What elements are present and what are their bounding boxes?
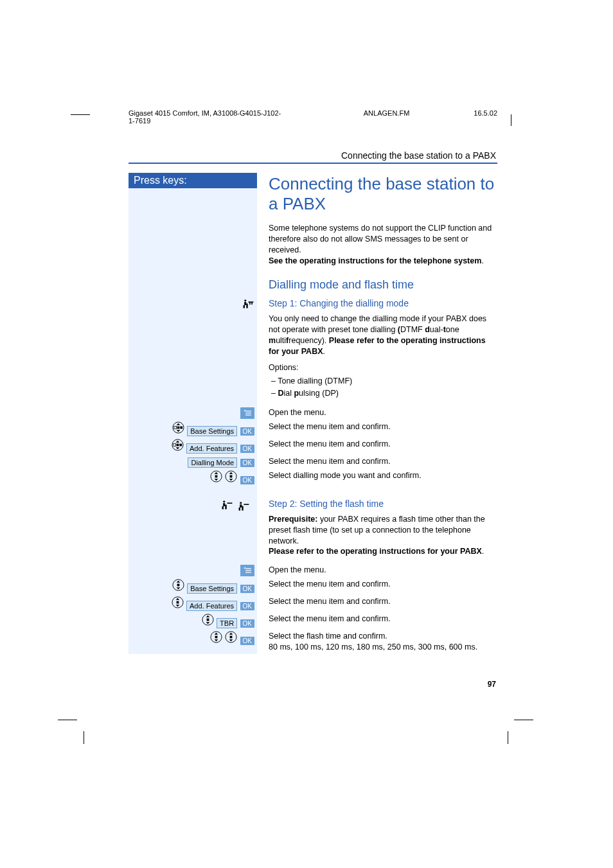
nav-down-icon <box>172 439 184 451</box>
svg-point-22 <box>223 501 225 503</box>
svg-rect-15 <box>173 444 175 447</box>
nav-icon <box>210 470 222 483</box>
ok-button: OK <box>240 637 254 645</box>
svg-rect-44 <box>230 636 233 639</box>
crop-mark <box>84 731 84 744</box>
step-select-tbr: Select the menu item and confirm. <box>257 612 497 630</box>
menu-label-dialling: Dialling Mode <box>188 457 237 468</box>
step-open-menu: Open the menu. <box>257 406 497 420</box>
menu-icon <box>240 565 254 576</box>
nav-down-icon <box>202 614 214 626</box>
intro-text: Some telephone systems do not support th… <box>269 224 492 254</box>
section-heading: Dialling mode and flash time <box>269 277 497 292</box>
ok-button: OK <box>240 476 254 484</box>
doc-id: Gigaset 4015 Comfort, IM, A31008-G4015-J… <box>129 109 287 125</box>
crop-mark <box>508 731 508 744</box>
svg-rect-4 <box>249 302 254 303</box>
step1-paragraph: You only need to change the dialling mod… <box>269 314 497 357</box>
intro-paragraph: Some telephone systems do not support th… <box>269 223 497 267</box>
ok-button: OK <box>240 459 254 467</box>
menu-icon <box>240 407 254 419</box>
svg-rect-36 <box>177 584 179 587</box>
svg-rect-38 <box>176 601 179 604</box>
svg-rect-5 <box>249 303 251 305</box>
menu-label-add-2: Add. Features <box>186 601 237 611</box>
step-select-add-2: Select the menu item and confirm. <box>257 595 497 612</box>
svg-rect-12 <box>180 427 182 429</box>
step-select-base-2: Select the menu item and confirm. <box>257 578 497 595</box>
svg-rect-42 <box>215 636 217 639</box>
crop-mark <box>58 720 77 720</box>
step-select-base: Select the menu item and confirm. <box>257 420 497 438</box>
svg-rect-6 <box>251 303 253 305</box>
nav-icon <box>210 631 222 643</box>
step2-paragraph: Prerequisite: your PABX requires a flash… <box>269 514 497 558</box>
divider <box>129 163 497 164</box>
menu-label-base: Base Settings <box>187 426 237 436</box>
svg-rect-31 <box>244 504 249 506</box>
options-list: Tone dialling (DTMF) Dial pulsing (DP) <box>269 375 497 400</box>
step2-heading: Step 2: Setting the flash time <box>269 498 497 510</box>
crop-mark <box>514 720 533 720</box>
intro-bold: See the operating instructions for the t… <box>269 256 481 265</box>
step-select-mode: Select dialling mode you want and confir… <box>257 469 497 486</box>
file-name: ANLAGEN.FM <box>364 109 410 125</box>
svg-rect-26 <box>227 503 232 504</box>
option-item: Dial pulsing (DP) <box>271 387 497 400</box>
menu-label-base-2: Base Settings <box>187 583 237 594</box>
svg-rect-40 <box>206 619 209 621</box>
svg-rect-29 <box>238 508 240 511</box>
nav-down-icon <box>172 579 184 591</box>
svg-rect-21 <box>230 475 233 478</box>
step1-heading: Step 1: Changing the dialling mode <box>269 297 497 310</box>
svg-rect-30 <box>242 506 243 511</box>
ok-button: OK <box>240 445 254 453</box>
step-select-dial: Select the menu item and confirm. <box>257 455 497 469</box>
content-layout: Press keys: Connecting the base station … <box>129 173 497 654</box>
svg-rect-11 <box>174 427 177 429</box>
svg-rect-13 <box>177 427 179 429</box>
construction-icon <box>242 297 254 310</box>
page-title: Connecting the base station to a PABX <box>269 174 497 214</box>
nav-down-icon <box>172 421 184 434</box>
nav-down-icon <box>172 596 184 608</box>
ok-button: OK <box>240 602 254 610</box>
step-open-menu-2: Open the menu. <box>257 563 497 578</box>
ok-button: OK <box>240 619 254 628</box>
nav-icon <box>225 631 237 643</box>
svg-rect-17 <box>176 444 179 447</box>
svg-rect-24 <box>222 506 223 509</box>
menu-label-tbr: TBR <box>217 618 237 628</box>
construction-icons <box>130 497 254 513</box>
option-item: Tone dialling (DTMF) <box>271 375 497 387</box>
page-number: 97 <box>129 680 497 689</box>
nav-icon <box>225 470 237 483</box>
svg-point-27 <box>240 502 242 504</box>
running-title: Connecting the base station to a PABX <box>129 150 497 161</box>
doc-date: 16.5.02 <box>474 109 497 125</box>
svg-rect-1 <box>244 302 246 305</box>
svg-point-0 <box>244 299 246 301</box>
svg-rect-2 <box>244 305 245 308</box>
options-label: Options: <box>269 362 497 373</box>
ok-button: OK <box>240 427 254 436</box>
press-keys-header: Press keys: <box>129 173 257 188</box>
menu-label-add: Add. Features <box>186 443 237 454</box>
step-select-flash: Select the flash time and confirm. 80 ms… <box>257 630 497 654</box>
svg-rect-23 <box>223 504 225 507</box>
header-meta: Gigaset 4015 Comfort, IM, A31008-G4015-J… <box>129 109 497 125</box>
ok-button: OK <box>240 585 254 593</box>
crop-mark <box>71 114 90 115</box>
crop-mark <box>511 114 511 126</box>
svg-rect-16 <box>179 444 182 447</box>
svg-rect-25 <box>225 505 226 509</box>
svg-rect-3 <box>246 304 247 308</box>
svg-rect-28 <box>240 505 242 508</box>
svg-rect-19 <box>215 475 217 478</box>
step-select-add: Select the menu item and confirm. <box>257 438 497 455</box>
